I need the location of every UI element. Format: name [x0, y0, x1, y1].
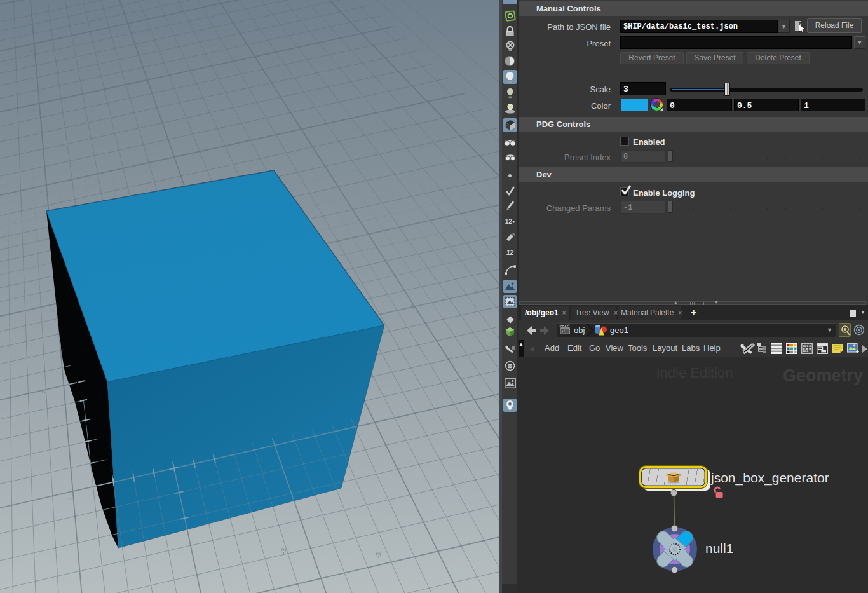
svg-text:-3: -3: [279, 547, 288, 555]
svg-text:-3: -3: [374, 552, 383, 559]
